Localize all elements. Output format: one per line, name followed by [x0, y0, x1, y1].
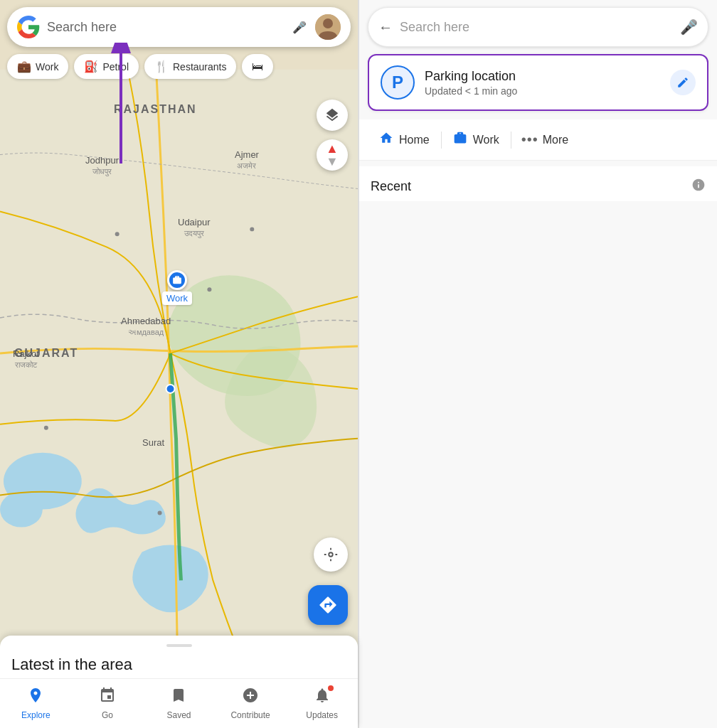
- search-input-left[interactable]: Search here: [47, 20, 290, 35]
- info-icon[interactable]: [691, 178, 706, 196]
- nav-contribute[interactable]: Contribute: [229, 687, 272, 720]
- directions-fab[interactable]: [308, 585, 348, 625]
- parking-edit-button[interactable]: [670, 70, 696, 95]
- left-panel: Search here 🎤 💼 Work ⛽ Petrol 🍴 Restaura…: [0, 0, 358, 728]
- updates-icon: [314, 687, 331, 708]
- hotel-icon: 🛏: [252, 60, 263, 73]
- search-input-right[interactable]: Search here: [400, 20, 680, 35]
- quick-link-more-label: More: [543, 134, 568, 146]
- avatar[interactable]: [315, 14, 341, 40]
- work-pin: [167, 270, 187, 290]
- go-icon: [99, 687, 116, 708]
- parking-info: Parking location Updated < 1 min ago: [425, 69, 660, 97]
- quick-link-home[interactable]: Home: [368, 124, 441, 156]
- recent-title: Recent: [371, 179, 411, 194]
- chip-restaurants-label: Restaurants: [173, 61, 226, 73]
- saved-icon: [170, 687, 187, 708]
- quick-links: Home Work ••• More: [359, 119, 717, 161]
- quick-link-work[interactable]: Work: [442, 124, 511, 156]
- svg-point-8: [207, 287, 211, 291]
- chip-petrol[interactable]: ⛽ Petrol: [74, 54, 139, 79]
- right-panel: ← Search here 🎤 P Parking location Updat…: [358, 0, 717, 728]
- map-layers-button[interactable]: [317, 100, 348, 131]
- parking-card[interactable]: P Parking location Updated < 1 min ago: [368, 54, 708, 111]
- petrol-icon: ⛽: [84, 60, 98, 73]
- chips-bar: 💼 Work ⛽ Petrol 🍴 Restaurants 🛏: [7, 54, 351, 79]
- updates-dot: [328, 685, 334, 691]
- explore-icon: [27, 687, 44, 708]
- nav-updates[interactable]: Updates: [301, 687, 344, 720]
- compass-arrow: ▲ ▼: [326, 142, 339, 168]
- nav-saved-label: Saved: [166, 710, 191, 720]
- search-bar-left[interactable]: Search here 🎤: [7, 7, 351, 47]
- chip-hotels[interactable]: 🛏: [242, 54, 273, 79]
- map-area[interactable]: Bikaner RAJASTHAN Jodhpurजोधपुर Ajmerअजम…: [0, 0, 358, 728]
- recent-section: Recent: [359, 166, 717, 201]
- nav-saved[interactable]: Saved: [157, 687, 200, 720]
- svg-point-4: [0, 492, 43, 528]
- nav-explore-label: Explore: [21, 710, 51, 720]
- chip-work[interactable]: 💼 Work: [7, 54, 68, 79]
- parking-p-label: P: [392, 73, 403, 92]
- mic-icon-right[interactable]: 🎤: [680, 18, 698, 36]
- quick-link-home-label: Home: [399, 134, 430, 146]
- sheet-handle[interactable]: [166, 644, 192, 647]
- nav-go-label: Go: [102, 710, 113, 720]
- chip-restaurants[interactable]: 🍴 Restaurants: [144, 54, 236, 79]
- svg-point-7: [250, 227, 254, 231]
- quick-link-more[interactable]: ••• More: [511, 124, 578, 155]
- sheet-title: Latest in the area: [11, 655, 346, 674]
- nav-updates-label: Updates: [306, 710, 338, 720]
- svg-point-13: [329, 552, 333, 557]
- nav-explore[interactable]: Explore: [14, 687, 57, 720]
- location-button[interactable]: [314, 537, 348, 572]
- bottom-nav: Explore Go Saved Contri: [0, 678, 358, 728]
- parking-icon: P: [381, 65, 415, 100]
- svg-point-1: [323, 18, 333, 28]
- work-icon: [453, 131, 467, 149]
- restaurant-icon: 🍴: [154, 60, 169, 73]
- recent-header: Recent: [371, 178, 706, 196]
- chip-petrol-label: Petrol: [102, 61, 129, 73]
- back-button[interactable]: ←: [378, 19, 393, 36]
- home-icon: [379, 131, 393, 149]
- parking-subtitle: Updated < 1 min ago: [425, 85, 660, 97]
- mic-icon-left[interactable]: 🎤: [290, 17, 309, 37]
- quick-link-work-label: Work: [473, 134, 499, 146]
- nav-go[interactable]: Go: [86, 687, 129, 720]
- search-bar-right[interactable]: ← Search here 🎤: [368, 7, 708, 47]
- nav-contribute-label: Contribute: [230, 710, 270, 720]
- google-logo-icon: [17, 16, 40, 38]
- svg-point-5: [166, 385, 175, 393]
- svg-point-9: [44, 426, 48, 430]
- work-label: Work: [162, 291, 192, 305]
- svg-point-6: [115, 232, 120, 236]
- briefcase-icon: 💼: [17, 60, 31, 73]
- chip-work-label: Work: [36, 61, 58, 73]
- contribute-icon: [242, 687, 259, 708]
- svg-point-10: [158, 511, 162, 515]
- parking-title: Parking location: [425, 69, 660, 84]
- work-marker: Work: [162, 270, 192, 305]
- more-dots-icon: •••: [521, 132, 538, 148]
- compass-button[interactable]: ▲ ▼: [317, 139, 348, 171]
